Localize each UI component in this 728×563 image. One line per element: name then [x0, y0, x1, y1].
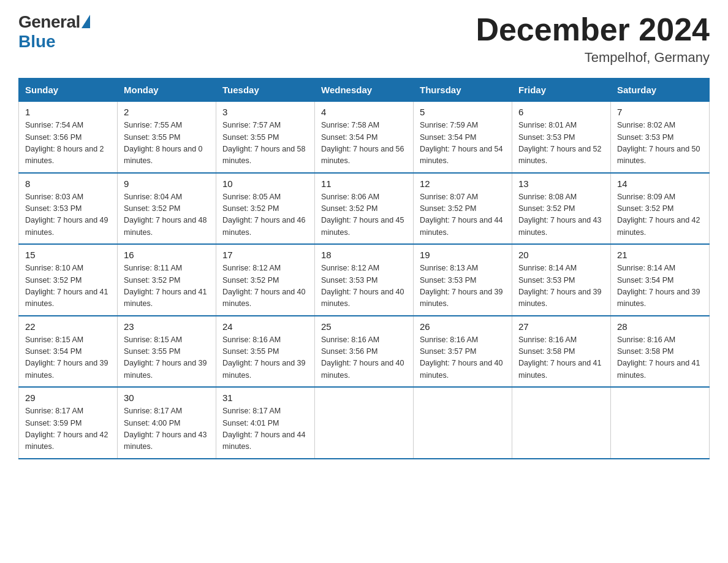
day-number: 23 [124, 321, 210, 332]
day-info: Sunrise: 8:16 AMSunset: 3:58 PMDaylight:… [518, 335, 602, 380]
day-info: Sunrise: 8:16 AMSunset: 3:58 PMDaylight:… [617, 335, 700, 380]
day-number: 9 [124, 178, 210, 189]
calendar-cell: 13 Sunrise: 8:08 AMSunset: 3:52 PMDaylig… [512, 173, 611, 245]
calendar-cell: 27 Sunrise: 8:16 AMSunset: 3:58 PMDaylig… [512, 316, 611, 388]
calendar-cell: 26 Sunrise: 8:16 AMSunset: 3:57 PMDaylig… [414, 316, 512, 388]
day-info: Sunrise: 8:09 AMSunset: 3:52 PMDaylight:… [617, 193, 700, 237]
day-number: 28 [617, 321, 703, 332]
day-info: Sunrise: 8:12 AMSunset: 3:53 PMDaylight:… [321, 264, 404, 308]
calendar-cell [512, 387, 611, 459]
day-number: 24 [222, 321, 308, 332]
day-info: Sunrise: 8:08 AMSunset: 3:52 PMDaylight:… [518, 193, 602, 237]
calendar-cell: 21 Sunrise: 8:14 AMSunset: 3:54 PMDaylig… [611, 244, 710, 316]
calendar-cell: 10 Sunrise: 8:05 AMSunset: 3:52 PMDaylig… [216, 173, 315, 245]
day-info: Sunrise: 8:16 AMSunset: 3:56 PMDaylight:… [321, 335, 404, 380]
day-info: Sunrise: 8:10 AMSunset: 3:52 PMDaylight:… [25, 264, 108, 308]
day-info: Sunrise: 8:04 AMSunset: 3:52 PMDaylight:… [124, 193, 207, 237]
day-number: 26 [420, 321, 506, 332]
title-block: December 2024 Tempelhof, Germany [476, 12, 710, 66]
day-number: 3 [222, 107, 308, 117]
calendar-cell: 6 Sunrise: 8:01 AMSunset: 3:53 PMDayligh… [512, 102, 611, 173]
weekday-header-tuesday: Tuesday [216, 79, 315, 102]
calendar-week-row: 22 Sunrise: 8:15 AMSunset: 3:54 PMDaylig… [19, 316, 710, 388]
calendar-cell [611, 387, 710, 459]
day-info: Sunrise: 7:59 AMSunset: 3:54 PMDaylight:… [420, 121, 503, 165]
day-info: Sunrise: 8:15 AMSunset: 3:54 PMDaylight:… [25, 335, 108, 380]
day-number: 25 [321, 321, 407, 332]
weekday-header-sunday: Sunday [19, 79, 118, 102]
calendar-week-row: 1 Sunrise: 7:54 AMSunset: 3:56 PMDayligh… [19, 102, 710, 173]
day-number: 8 [25, 178, 111, 189]
calendar-cell: 16 Sunrise: 8:11 AMSunset: 3:52 PMDaylig… [118, 244, 216, 316]
calendar-cell [414, 387, 512, 459]
calendar-cell: 9 Sunrise: 8:04 AMSunset: 3:52 PMDayligh… [118, 173, 216, 245]
day-number: 31 [222, 393, 308, 403]
page-header: General Blue December 2024 Tempelhof, Ge… [18, 12, 710, 66]
day-number: 12 [420, 178, 506, 189]
calendar-cell: 19 Sunrise: 8:13 AMSunset: 3:53 PMDaylig… [414, 244, 512, 316]
day-info: Sunrise: 8:01 AMSunset: 3:53 PMDaylight:… [518, 121, 602, 165]
calendar-cell: 28 Sunrise: 8:16 AMSunset: 3:58 PMDaylig… [611, 316, 710, 388]
day-number: 4 [321, 107, 407, 117]
calendar-cell: 18 Sunrise: 8:12 AMSunset: 3:53 PMDaylig… [315, 244, 414, 316]
day-number: 11 [321, 178, 407, 189]
day-number: 19 [420, 250, 506, 260]
day-number: 10 [222, 178, 308, 189]
calendar-cell: 7 Sunrise: 8:02 AMSunset: 3:53 PMDayligh… [611, 102, 710, 173]
calendar-cell: 29 Sunrise: 8:17 AMSunset: 3:59 PMDaylig… [19, 387, 118, 459]
weekday-header-friday: Friday [512, 79, 611, 102]
month-title: December 2024 [476, 12, 710, 47]
calendar-cell: 23 Sunrise: 8:15 AMSunset: 3:55 PMDaylig… [118, 316, 216, 388]
calendar-week-row: 15 Sunrise: 8:10 AMSunset: 3:52 PMDaylig… [19, 244, 710, 316]
calendar-cell: 1 Sunrise: 7:54 AMSunset: 3:56 PMDayligh… [19, 102, 118, 173]
calendar-week-row: 8 Sunrise: 8:03 AMSunset: 3:53 PMDayligh… [19, 173, 710, 245]
calendar-cell: 24 Sunrise: 8:16 AMSunset: 3:55 PMDaylig… [216, 316, 315, 388]
calendar-cell: 30 Sunrise: 8:17 AMSunset: 4:00 PMDaylig… [118, 387, 216, 459]
calendar-cell: 11 Sunrise: 8:06 AMSunset: 3:52 PMDaylig… [315, 173, 414, 245]
day-info: Sunrise: 8:14 AMSunset: 3:54 PMDaylight:… [617, 264, 700, 308]
logo-general-text: General [18, 12, 80, 32]
location-text: Tempelhof, Germany [476, 50, 710, 66]
calendar-cell: 2 Sunrise: 7:55 AMSunset: 3:55 PMDayligh… [118, 102, 216, 173]
day-info: Sunrise: 8:14 AMSunset: 3:53 PMDaylight:… [518, 264, 602, 308]
day-number: 17 [222, 250, 308, 260]
day-number: 18 [321, 250, 407, 260]
day-number: 15 [25, 250, 111, 260]
day-number: 7 [617, 107, 703, 117]
day-info: Sunrise: 8:15 AMSunset: 3:55 PMDaylight:… [124, 335, 207, 380]
day-info: Sunrise: 7:55 AMSunset: 3:55 PMDaylight:… [124, 121, 203, 165]
day-number: 5 [420, 107, 506, 117]
weekday-header-thursday: Thursday [414, 79, 512, 102]
calendar-cell: 14 Sunrise: 8:09 AMSunset: 3:52 PMDaylig… [611, 173, 710, 245]
day-info: Sunrise: 8:17 AMSunset: 3:59 PMDaylight:… [25, 407, 108, 451]
day-info: Sunrise: 7:54 AMSunset: 3:56 PMDaylight:… [25, 121, 104, 165]
day-info: Sunrise: 8:02 AMSunset: 3:53 PMDaylight:… [617, 121, 700, 165]
day-number: 30 [124, 393, 210, 403]
day-number: 13 [518, 178, 604, 189]
day-info: Sunrise: 8:17 AMSunset: 4:00 PMDaylight:… [124, 407, 207, 451]
day-number: 6 [518, 107, 604, 117]
day-info: Sunrise: 8:13 AMSunset: 3:53 PMDaylight:… [420, 264, 503, 308]
calendar-cell: 15 Sunrise: 8:10 AMSunset: 3:52 PMDaylig… [19, 244, 118, 316]
calendar-cell: 5 Sunrise: 7:59 AMSunset: 3:54 PMDayligh… [414, 102, 512, 173]
day-number: 1 [25, 107, 111, 117]
day-number: 2 [124, 107, 210, 117]
day-number: 16 [124, 250, 210, 260]
day-info: Sunrise: 8:12 AMSunset: 3:52 PMDaylight:… [222, 264, 306, 308]
calendar-cell: 20 Sunrise: 8:14 AMSunset: 3:53 PMDaylig… [512, 244, 611, 316]
calendar-cell: 12 Sunrise: 8:07 AMSunset: 3:52 PMDaylig… [414, 173, 512, 245]
day-info: Sunrise: 8:11 AMSunset: 3:52 PMDaylight:… [124, 264, 207, 308]
day-info: Sunrise: 8:06 AMSunset: 3:52 PMDaylight:… [321, 193, 404, 237]
day-number: 29 [25, 393, 111, 403]
day-info: Sunrise: 7:58 AMSunset: 3:54 PMDaylight:… [321, 121, 404, 165]
calendar-cell: 8 Sunrise: 8:03 AMSunset: 3:53 PMDayligh… [19, 173, 118, 245]
calendar-cell: 31 Sunrise: 8:17 AMSunset: 4:01 PMDaylig… [216, 387, 315, 459]
logo: General Blue [18, 12, 90, 52]
weekday-header-monday: Monday [118, 79, 216, 102]
calendar-cell: 17 Sunrise: 8:12 AMSunset: 3:52 PMDaylig… [216, 244, 315, 316]
day-info: Sunrise: 8:16 AMSunset: 3:55 PMDaylight:… [222, 335, 306, 380]
day-number: 14 [617, 178, 703, 189]
calendar-week-row: 29 Sunrise: 8:17 AMSunset: 3:59 PMDaylig… [19, 387, 710, 459]
calendar-cell: 25 Sunrise: 8:16 AMSunset: 3:56 PMDaylig… [315, 316, 414, 388]
day-info: Sunrise: 7:57 AMSunset: 3:55 PMDaylight:… [222, 121, 306, 165]
